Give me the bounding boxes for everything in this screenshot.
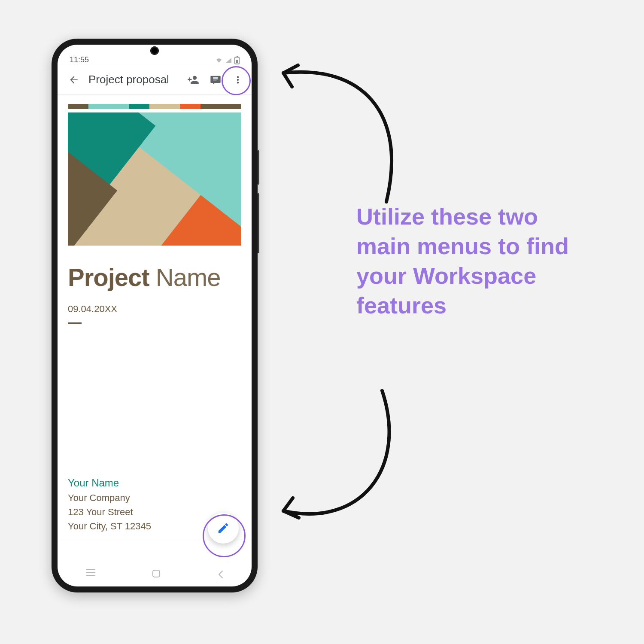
color-strip bbox=[68, 104, 241, 109]
comments-button[interactable] bbox=[205, 70, 226, 90]
android-nav-bar bbox=[58, 561, 252, 586]
nav-home[interactable] bbox=[152, 570, 160, 577]
app-toolbar: Project proposal bbox=[58, 65, 252, 94]
hero-graphic bbox=[68, 112, 241, 246]
recents-icon bbox=[86, 569, 95, 577]
back-icon bbox=[217, 570, 224, 579]
battery-icon bbox=[234, 57, 240, 64]
document-body[interactable]: Project Name 09.04.20XX Your Name Your C… bbox=[58, 94, 252, 561]
phone-side-button bbox=[258, 150, 259, 185]
arrow-left-icon bbox=[68, 74, 79, 85]
contact-city: Your City, ST 12345 bbox=[68, 519, 151, 533]
edit-fab[interactable] bbox=[208, 513, 239, 544]
status-time: 11:55 bbox=[70, 55, 89, 64]
nav-back[interactable] bbox=[217, 570, 223, 577]
signal-icon bbox=[225, 58, 232, 64]
pencil-icon bbox=[217, 522, 230, 535]
status-icons bbox=[216, 57, 240, 64]
phone-camera bbox=[150, 46, 159, 55]
contact-block: Your Name Your Company 123 Your Street Y… bbox=[68, 477, 151, 533]
back-button[interactable] bbox=[64, 70, 84, 90]
project-title: Project Name bbox=[68, 263, 241, 292]
contact-street: 123 Your Street bbox=[68, 505, 151, 519]
more-menu-button[interactable] bbox=[228, 70, 248, 90]
arrow-bottom bbox=[266, 382, 421, 537]
wifi-icon bbox=[216, 58, 222, 64]
more-vert-icon bbox=[232, 74, 243, 85]
project-date: 09.04.20XX bbox=[68, 304, 241, 315]
nav-recents[interactable] bbox=[86, 569, 95, 578]
person-add-icon bbox=[187, 74, 199, 86]
project-title-bold: Project bbox=[68, 263, 149, 291]
phone-screen: 11:55 Project proposal bbox=[58, 45, 252, 586]
contact-company: Your Company bbox=[68, 491, 151, 505]
phone-side-button bbox=[258, 193, 259, 253]
add-person-button[interactable] bbox=[183, 70, 204, 90]
home-icon bbox=[152, 570, 160, 577]
phone-frame: 11:55 Project proposal bbox=[52, 39, 258, 592]
callout-text: Utilize these two main menus to find you… bbox=[356, 202, 597, 320]
divider bbox=[68, 322, 82, 324]
contact-name: Your Name bbox=[68, 477, 151, 489]
comment-icon bbox=[210, 74, 222, 86]
arrow-top bbox=[266, 60, 421, 215]
project-title-light: Name bbox=[156, 263, 221, 291]
document-title[interactable]: Project proposal bbox=[88, 73, 181, 86]
